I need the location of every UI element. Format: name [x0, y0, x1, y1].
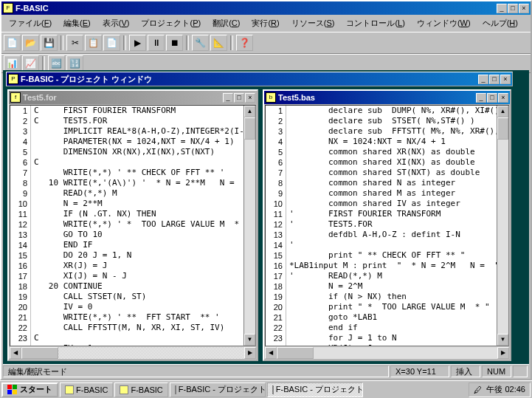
- scroll-down-button[interactable]: ▼: [497, 334, 508, 346]
- menu-w[interactable]: ウィンドウ(W): [412, 16, 475, 30]
- close-button[interactable]: ×: [498, 93, 508, 103]
- code-line[interactable]: N = 2**M: [31, 199, 243, 209]
- code-line[interactable]: common shared ST(NXT) as double: [286, 168, 497, 178]
- code-line[interactable]: NX = 1024:NXT = NX/4 + 1: [286, 137, 497, 147]
- code-line[interactable]: C FIRST FOURIER TRANSFORM: [31, 106, 243, 116]
- toolbar-button[interactable]: 📄: [103, 35, 120, 51]
- code-line[interactable]: common shared M as integer: [286, 188, 497, 199]
- code-area[interactable]: declare sub DUMP( N%, XR#(), XI#() ) dec…: [286, 106, 497, 346]
- editor-left-body[interactable]: 1234567891011121314151617181920212223242…: [10, 105, 256, 346]
- code-line[interactable]: 20 CONTINUE: [31, 281, 243, 292]
- code-line[interactable]: declare sub STSET( N%,ST#() ): [286, 116, 497, 126]
- code-line[interactable]: defdbl A-H,O-Z : defint I-N: [286, 230, 497, 240]
- code-line[interactable]: *LAB1input M : print " * N = 2^M N = ";M: [286, 261, 497, 271]
- code-line[interactable]: DIMENSION XR(NX),XI(NX),ST(NXT): [31, 147, 243, 157]
- code-line[interactable]: declare sub FFTSTT( M%, N%, XR#(), XI#()…: [286, 126, 497, 137]
- code-line[interactable]: XR(J) = J: [31, 261, 243, 271]
- taskbar-button[interactable]: F-BASIC - プロジェクト ウィ...: [170, 382, 266, 397]
- minimize-button[interactable]: _: [478, 75, 488, 84]
- vscrollbar[interactable]: ▲ ▼: [497, 106, 508, 346]
- code-line[interactable]: ' READ(*,*) M: [286, 271, 497, 281]
- taskbar-button[interactable]: F-BASIC: [114, 382, 167, 397]
- scroll-up-button[interactable]: ▲: [497, 106, 508, 117]
- toolbar-button[interactable]: ❓: [236, 35, 253, 51]
- code-line[interactable]: common shared XR(NX) as double: [286, 147, 497, 157]
- code-line[interactable]: 10 WRITE(*,'(A\)') ' * N = 2**M N = ': [31, 178, 243, 188]
- tool-button[interactable]: 🔢: [66, 55, 83, 72]
- scroll-thumb[interactable]: [497, 117, 508, 140]
- tool-button[interactable]: 📊: [4, 55, 21, 72]
- start-button[interactable]: スタート: [1, 382, 58, 397]
- code-line[interactable]: common shared IV as integer: [286, 199, 497, 209]
- close-button[interactable]: ×: [500, 75, 511, 84]
- code-line[interactable]: WRITE(*,*) ' ** CHECK OF FFT ** ': [31, 168, 243, 178]
- hscrollbar[interactable]: ◀ ▶: [10, 347, 256, 359]
- scroll-up-button[interactable]: ▲: [244, 106, 255, 117]
- code-line[interactable]: GO TO 10: [31, 230, 243, 240]
- code-line[interactable]: END IF: [31, 240, 243, 250]
- toolbar-button[interactable]: 📐: [210, 35, 227, 51]
- menu-l[interactable]: コントロール(L): [342, 16, 409, 30]
- minimize-button[interactable]: _: [497, 4, 507, 13]
- minimize-button[interactable]: _: [476, 93, 486, 103]
- scroll-left-button[interactable]: ◀: [10, 347, 21, 359]
- code-line[interactable]: WRITE(*,*) ' ** FFT START ** ': [31, 312, 243, 323]
- toolbar-button[interactable]: 📄: [4, 35, 21, 51]
- scroll-track[interactable]: [21, 347, 244, 359]
- code-line[interactable]: for J = 1 to N: [286, 333, 497, 343]
- scroll-right-button[interactable]: ▶: [497, 347, 509, 359]
- editor-right-body[interactable]: 1234567891011121314151617181920212223242…: [265, 105, 509, 346]
- hscrollbar[interactable]: ◀ ▶: [265, 347, 509, 359]
- code-line[interactable]: XR(J) = J: [286, 343, 497, 346]
- scroll-track[interactable]: [277, 347, 497, 359]
- code-line[interactable]: READ(*,*) M: [31, 188, 243, 199]
- close-button[interactable]: ×: [245, 93, 255, 103]
- scroll-right-button[interactable]: ▶: [244, 347, 256, 359]
- editor-right-titlebar[interactable]: b Test5.bas _ □ ×: [264, 91, 510, 104]
- scroll-thumb[interactable]: [244, 117, 255, 140]
- minimize-button[interactable]: _: [223, 93, 233, 103]
- main-titlebar[interactable]: F F-BASIC _ □ ×: [1, 1, 531, 15]
- maximize-button[interactable]: □: [487, 93, 497, 103]
- code-line[interactable]: WRITE(*,*) ' * TOO LARGE VALUE M * ': [31, 219, 243, 230]
- toolbar-button[interactable]: 💾: [41, 35, 58, 51]
- editor-left-titlebar[interactable]: f Test5.for _ □ ×: [9, 91, 257, 104]
- toolbar-button[interactable]: ⏹: [166, 35, 183, 51]
- toolbar-button[interactable]: ⏸: [148, 35, 165, 51]
- vscrollbar[interactable]: ▲ ▼: [243, 106, 255, 346]
- code-line[interactable]: IV = 1: [31, 343, 243, 346]
- menu-f[interactable]: ファイル(F): [4, 16, 56, 30]
- code-line[interactable]: CALL FFTSTT(M, N, XR, XI, ST, IV): [31, 323, 243, 333]
- toolbar-button[interactable]: ▶: [129, 35, 146, 51]
- code-line[interactable]: IV = 0: [31, 302, 243, 312]
- tray-pen-icon[interactable]: 🖊: [474, 385, 482, 394]
- menu-v[interactable]: 表示(V): [98, 16, 134, 30]
- code-line[interactable]: ' TEST5.FOR: [286, 219, 497, 230]
- menu-r[interactable]: 実行(R): [247, 16, 283, 30]
- toolbar-button[interactable]: 📂: [22, 35, 39, 51]
- code-area[interactable]: C FIRST FOURIER TRANSFORMC TEST5.FOR IMP…: [31, 106, 243, 346]
- code-line[interactable]: common shared XI(NX) as double: [286, 157, 497, 168]
- close-button[interactable]: ×: [519, 4, 529, 13]
- system-tray[interactable]: 🖊 午後 02:46: [469, 382, 531, 397]
- code-line[interactable]: IMPLICIT REAL*8(A-H,O-Z),INTEGER*2(I-N): [31, 126, 243, 137]
- taskbar-button[interactable]: F-BASIC - プロジェクト...: [267, 382, 363, 397]
- code-line[interactable]: ' FIRST FOURIER TRANSFORM: [286, 209, 497, 219]
- code-line[interactable]: common shared N as integer: [286, 178, 497, 188]
- scroll-thumb[interactable]: [277, 347, 314, 359]
- scroll-track[interactable]: [244, 117, 255, 334]
- menu-p[interactable]: プロジェクト(P): [137, 16, 205, 30]
- code-line[interactable]: ': [286, 240, 497, 250]
- taskbar-button[interactable]: F-BASIC: [60, 382, 113, 397]
- code-line[interactable]: print " * TOO LARGE VALUE M * ": [286, 302, 497, 312]
- code-line[interactable]: XI(J) = N - J: [31, 271, 243, 281]
- tool-button[interactable]: 🔤: [48, 55, 65, 72]
- menu-s[interactable]: リソース(S): [287, 16, 339, 30]
- maximize-button[interactable]: □: [508, 4, 518, 13]
- code-line[interactable]: C TEST5.FOR: [31, 116, 243, 126]
- code-line[interactable]: N = 2^M: [286, 281, 497, 292]
- scroll-track[interactable]: [497, 117, 508, 334]
- code-line[interactable]: IF (N .GT. NX) THEN: [31, 209, 243, 219]
- scroll-left-button[interactable]: ◀: [265, 347, 277, 359]
- menu-e[interactable]: 編集(E): [59, 16, 95, 30]
